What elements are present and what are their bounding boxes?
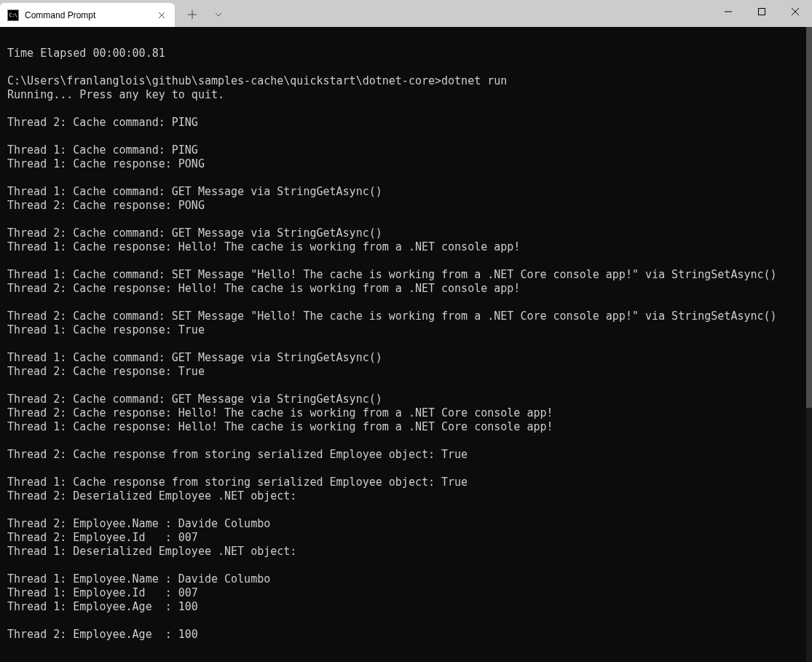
close-icon (792, 8, 799, 15)
minimize-icon (725, 8, 732, 15)
scrollbar-track[interactable] (806, 27, 812, 662)
titlebar: Command Prompt (0, 0, 812, 27)
window-controls (712, 0, 812, 27)
scrollbar-thumb[interactable] (806, 27, 812, 408)
chevron-down-icon (215, 12, 222, 17)
minimize-button[interactable] (712, 0, 745, 23)
terminal-output[interactable]: Time Elapsed 00:00:00.81 C:\Users\franla… (0, 27, 812, 662)
plus-icon (188, 10, 197, 19)
window-close-button[interactable] (779, 0, 812, 23)
tab-title: Command Prompt (25, 10, 150, 20)
tab-command-prompt[interactable]: Command Prompt (0, 3, 175, 27)
close-icon (158, 12, 165, 19)
maximize-icon (758, 8, 765, 15)
svg-rect-5 (759, 9, 765, 15)
command-prompt-icon (7, 9, 19, 21)
tab-close-button[interactable] (156, 9, 167, 21)
new-tab-button[interactable] (181, 3, 204, 26)
tab-actions (175, 0, 230, 27)
maximize-button[interactable] (745, 0, 779, 23)
tab-dropdown-button[interactable] (207, 3, 230, 26)
